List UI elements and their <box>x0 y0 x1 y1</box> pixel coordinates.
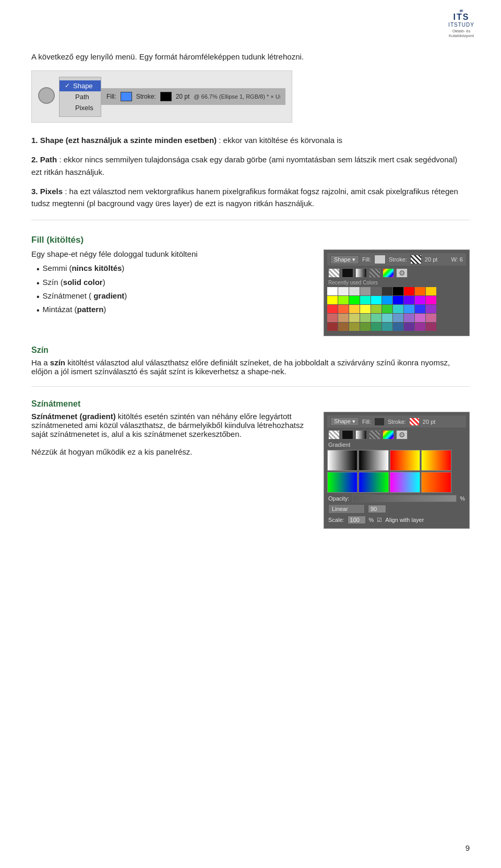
g-rainbow-icon <box>383 430 394 439</box>
gear-icon: ⚙ <box>396 268 408 278</box>
color-cyan <box>371 296 381 304</box>
color-dpk <box>426 323 436 331</box>
svg-rect-2 <box>460 11 462 11</box>
color-db <box>393 323 403 331</box>
szatmenet-title: Színátmenet <box>31 399 470 409</box>
grad-wb <box>359 450 389 471</box>
opacity-row: Opacity: % <box>328 495 465 502</box>
color-violet <box>404 296 414 304</box>
color-red <box>404 287 414 295</box>
color-yellow3 <box>349 305 360 313</box>
bullet-szin-text: Szín (solid color) <box>43 278 105 287</box>
g-gradient-icon <box>355 430 367 439</box>
color-orange2 <box>338 305 349 313</box>
color-p3 <box>404 314 414 322</box>
linear-row: Linear <box>328 504 465 514</box>
picker-btn-1 <box>374 255 386 264</box>
szin-title: Szín <box>31 346 470 355</box>
color-dy <box>349 323 360 331</box>
divider-1 <box>31 220 470 220</box>
grad-gb <box>327 472 357 493</box>
bullet-pattern-text: Mintázat (pattern) <box>43 305 106 314</box>
color-yellowgreen <box>338 296 349 304</box>
color-yellow <box>426 287 436 295</box>
section-1-num: 1. <box>31 136 38 145</box>
section-3: 3. Pixels : ha ezt választod nem vektorg… <box>31 185 470 210</box>
szin-text: Ha a szín kitöltést választod alul válas… <box>31 358 470 376</box>
dropdown-item-shape: ✓ Shape <box>59 80 101 91</box>
grad-stroke-label: Stroke: <box>388 419 406 425</box>
color-lightgray <box>338 287 349 295</box>
color-darkgray <box>382 287 392 295</box>
grad-bw <box>327 450 357 471</box>
gradient-picker-sim: Shape ▾ Fill: Stroke: 20 pt ⚙ <box>324 412 470 529</box>
bullet-gradient-text: Színátmenet ( gradient) <box>43 291 127 300</box>
opacity-label: Opacity: <box>328 495 349 502</box>
section-1-rest: : ekkor van kitöltése és körvonala is <box>219 136 342 145</box>
color-dc <box>382 323 392 331</box>
grad-fill-label: Fill: <box>362 419 371 425</box>
color-purple2 <box>426 305 436 313</box>
grad-bg <box>359 472 389 493</box>
color-c3 <box>382 314 392 322</box>
picker-btn-diag <box>410 255 422 264</box>
linear-dropdown[interactable]: Linear <box>328 504 365 514</box>
color-yellow2 <box>327 296 338 304</box>
color-purple <box>415 296 425 304</box>
section-2-rest: : ekkor nincs semmilyen tulajdonsága csa… <box>31 155 457 176</box>
picker-toolbar: Shape ▾ Fill: Stroke: 20 pt W: 6 <box>327 253 466 266</box>
fill-two-col: Egy shape-et négy féle dologgal tudunk k… <box>31 249 470 336</box>
grad-pt-label: 20 pt <box>423 419 435 425</box>
scale-input[interactable] <box>348 516 366 524</box>
fill-section: Fill (kitöltés) Egy shape-et négy féle d… <box>31 235 470 336</box>
section-1: 1. Shape (ezt használjuk a szinte minden… <box>31 134 470 146</box>
fill-bullet-list: Semmi (nincs kitöltés) Szín (solid color… <box>37 263 308 318</box>
shape-label: Shape <box>73 82 93 90</box>
logo-tagline: Oktató- és Kutatóközpont <box>443 29 480 38</box>
svg-rect-1 <box>460 10 462 10</box>
grad-or <box>421 472 451 493</box>
color-gray2 <box>360 287 371 295</box>
gradient-section-label: Gradient <box>328 442 465 448</box>
recently-used-label: Recently used Colors <box>328 280 465 286</box>
szin-section: Szín Ha a szín kitöltést választod alul … <box>31 346 470 376</box>
pt-label: 20 pt <box>176 93 190 100</box>
grad-yr <box>421 450 451 471</box>
color-yellow4 <box>360 305 371 313</box>
bullet-gradient: Színátmenet ( gradient) <box>37 290 308 304</box>
path-label: Path <box>75 93 89 101</box>
screenshot-dropdown: ✓ Shape Path Pixels Fill: Stroke: 20 pt … <box>31 70 292 123</box>
color-teal <box>360 296 371 304</box>
opacity-value: % <box>460 495 465 502</box>
color-dp <box>404 323 414 331</box>
color-grid <box>327 287 466 331</box>
bullet-semmi: Semmi (nincs kitöltés) <box>37 263 308 276</box>
section-2-num: 2. <box>31 155 38 164</box>
fill-intro: Egy shape-et négy féle dologgal tudunk k… <box>31 249 308 258</box>
shape-dropdown-btn: Shape ▾ <box>330 255 359 264</box>
grad-ry <box>390 450 420 471</box>
logo-study-text: ITSTUDY <box>448 22 474 28</box>
fill-btn-label: Fill: <box>362 256 371 263</box>
color-teal2 <box>393 305 403 313</box>
color-dt <box>371 323 381 331</box>
fill-left-col: Egy shape-et négy féle dologgal tudunk k… <box>31 249 308 322</box>
color-picker-sim: Shape ▾ Fill: Stroke: 20 pt W: 6 ⚙ <box>324 249 470 336</box>
no-fill-icon <box>328 268 340 278</box>
icon-row: ⚙ <box>328 268 465 278</box>
angle-input[interactable] <box>368 505 386 513</box>
szatmenet-left-col: Színátmenet (gradient) kitöltés esetén s… <box>31 412 308 456</box>
align-checkbox[interactable]: ☑ <box>377 517 382 524</box>
dropdown-item-pixels: Pixels <box>59 102 101 113</box>
color-red2 <box>327 305 338 313</box>
szatmenet-footer: Nézzük át hogyan működik ez a kis panelr… <box>31 447 308 456</box>
fill-color-box <box>121 92 132 101</box>
gradient-icon-row: ⚙ <box>328 430 465 439</box>
stroke-btn-label: Stroke: <box>389 256 407 263</box>
color-green <box>349 296 360 304</box>
color-t3 <box>371 314 381 322</box>
rainbow-fill-icon <box>383 268 394 278</box>
fill-right-col: Shape ▾ Fill: Stroke: 20 pt W: 6 ⚙ <box>324 249 470 336</box>
section-1-bold: Shape (ezt használjuk a szinte minden es… <box>40 136 217 145</box>
bullet-semmi-text: Semmi (nincs kitöltés) <box>43 264 125 272</box>
